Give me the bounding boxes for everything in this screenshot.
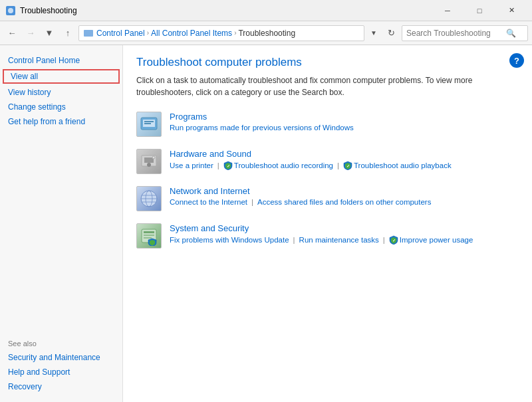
programs-name[interactable]: Programs	[170, 112, 354, 122]
see-also-label: See also	[0, 337, 122, 350]
network-link-1[interactable]: Connect to the Internet	[170, 198, 247, 206]
back-button[interactable]: ←	[4, 25, 20, 41]
svg-rect-6	[144, 123, 151, 124]
breadcrumb-control-panel[interactable]: Control Panel	[96, 29, 145, 38]
shield-icon-2: ✓	[343, 161, 352, 170]
svg-rect-5	[144, 121, 154, 122]
svg-rect-2	[84, 30, 93, 37]
forward-button[interactable]: →	[23, 25, 39, 41]
sidebar-item-security-maintenance[interactable]: Security and Maintenance	[0, 350, 122, 365]
sidebar-item-get-help[interactable]: Get help from a friend	[0, 114, 122, 129]
svg-point-1	[8, 8, 13, 13]
hardware-link-1[interactable]: Use a printer	[170, 161, 213, 169]
breadcrumb-current: Troubleshooting	[238, 29, 295, 38]
network-icon	[136, 186, 162, 211]
search-icon-button[interactable]: 🔍	[506, 29, 516, 38]
app-icon	[5, 5, 16, 16]
network-info: Network and Internet Connect to the Inte…	[170, 186, 431, 206]
programs-info: Programs Run programs made for previous …	[170, 112, 354, 132]
title-bar: Troubleshooting ─ □ ✕	[0, 0, 532, 21]
svg-point-10	[152, 156, 155, 159]
breadcrumb-all-items[interactable]: All Control Panel Items	[151, 29, 232, 38]
svg-rect-21	[144, 237, 152, 239]
content-description: Click on a task to automatically trouble…	[136, 74, 519, 98]
sidebar-item-view-history[interactable]: View history	[0, 85, 122, 100]
security-name[interactable]: System and Security	[170, 223, 473, 233]
hardware-icon	[136, 149, 162, 174]
close-button[interactable]: ✕	[496, 0, 527, 21]
security-link-2[interactable]: Run maintenance tasks	[299, 236, 379, 244]
help-button[interactable]: ?	[509, 53, 524, 68]
main-content: Control Panel Home View all View history…	[0, 45, 532, 402]
maximize-button[interactable]: □	[464, 0, 495, 21]
minimize-button[interactable]: ─	[432, 0, 463, 21]
search-input[interactable]	[406, 29, 506, 38]
content-title: Troubleshoot computer problems	[136, 56, 519, 69]
sidebar-item-help-support[interactable]: Help and Support	[0, 365, 122, 379]
window-title: Troubleshooting	[20, 6, 432, 15]
programs-links: Run programs made for previous versions …	[170, 124, 354, 132]
hardware-link-3[interactable]: Troubleshoot audio playback	[354, 161, 452, 169]
svg-point-8	[147, 163, 151, 167]
window-controls: ─ □ ✕	[432, 0, 527, 21]
shield-icon-3: ✓	[389, 235, 398, 245]
hardware-info: Hardware and Sound Use a printer | ✓ Tro…	[170, 149, 452, 170]
sidebar-item-recovery[interactable]: Recovery	[0, 379, 122, 394]
security-link-1[interactable]: Fix problems with Windows Update	[170, 236, 289, 244]
category-network: Network and Internet Connect to the Inte…	[136, 186, 519, 211]
programs-icon	[136, 112, 162, 137]
category-hardware: Hardware and Sound Use a printer | ✓ Tro…	[136, 149, 519, 174]
content-area: ? Troubleshoot computer problems Click o…	[123, 45, 532, 402]
network-name[interactable]: Network and Internet	[170, 186, 431, 196]
search-box: 🔍	[402, 25, 528, 41]
programs-link-1[interactable]: Run programs made for previous versions …	[170, 124, 354, 132]
refresh-button[interactable]: ↻	[383, 25, 399, 41]
hardware-link-2[interactable]: Troubleshoot audio recording	[234, 161, 333, 169]
category-programs: Programs Run programs made for previous …	[136, 112, 519, 137]
category-security: System and Security Fix problems with Wi…	[136, 223, 519, 249]
hardware-name[interactable]: Hardware and Sound	[170, 149, 452, 159]
security-link-3[interactable]: Improve power usage	[400, 236, 473, 244]
svg-text:✓: ✓	[392, 239, 395, 243]
sidebar-item-change-settings[interactable]: Change settings	[0, 100, 122, 114]
network-links: Connect to the Internet | Access shared …	[170, 198, 431, 206]
hardware-links: Use a printer | ✓ Troubleshoot audio rec…	[170, 161, 452, 170]
sidebar: Control Panel Home View all View history…	[0, 45, 123, 402]
network-link-2[interactable]: Access shared files and folders on other…	[257, 198, 431, 206]
security-icon	[136, 223, 162, 249]
sidebar-item-control-panel-home[interactable]: Control Panel Home	[0, 53, 122, 68]
shield-icon-1: ✓	[223, 161, 233, 170]
sidebar-item-view-all[interactable]: View all	[3, 69, 120, 84]
svg-text:✓: ✓	[346, 164, 350, 168]
security-info: System and Security Fix problems with Wi…	[170, 223, 473, 245]
security-links: Fix problems with Windows Update | Run m…	[170, 235, 473, 245]
breadcrumb: Control Panel › All Control Panel Items …	[78, 25, 364, 41]
breadcrumb-dropdown-button[interactable]: ▼	[367, 25, 380, 41]
up-button[interactable]: ↑	[60, 25, 76, 41]
dropdown-button[interactable]: ▼	[41, 25, 57, 41]
svg-text:✓: ✓	[226, 164, 229, 168]
address-bar: ← → ▼ ↑ Control Panel › All Control Pane…	[0, 21, 532, 45]
svg-rect-20	[144, 235, 154, 236]
svg-rect-19	[144, 231, 154, 233]
